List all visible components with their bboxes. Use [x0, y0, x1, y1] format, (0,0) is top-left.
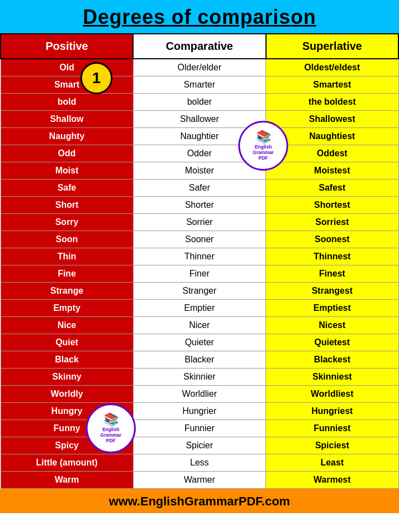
cell-comparative: Smarter	[133, 76, 265, 94]
cell-superlative: Oldest/eldest	[266, 59, 398, 76]
cell-positive: Quiet	[1, 334, 133, 351]
cell-comparative: Moister	[133, 162, 265, 180]
cell-positive: Warm	[1, 472, 133, 489]
cell-comparative: bolder	[133, 94, 265, 111]
table-row: HungryHungrierHungriest	[1, 403, 398, 420]
cell-superlative: Safest	[266, 180, 398, 197]
cell-positive: Skinny	[1, 369, 133, 386]
table-row: SpicySpicierSpiciest	[1, 437, 398, 454]
cell-superlative: Funniest	[266, 420, 398, 437]
cell-comparative: Hungrier	[133, 403, 265, 420]
cell-superlative: Strangest	[266, 283, 398, 300]
cell-positive: Moist	[1, 162, 133, 180]
cell-comparative: Shallower	[133, 111, 265, 128]
table-row: SoonSoonerSoonest	[1, 231, 398, 248]
cell-comparative: Sooner	[133, 231, 265, 248]
table-row: NaughtyNaughtierNaughtiest	[1, 128, 398, 145]
cell-comparative: Safer	[133, 180, 265, 197]
cell-comparative: Quieter	[133, 334, 265, 351]
cell-superlative: Worldliest	[266, 386, 398, 403]
footer-url: www.EnglishGrammarPDF.com	[109, 494, 290, 508]
cell-comparative: Blacker	[133, 351, 265, 369]
stamp-icon-top: 📚	[256, 131, 271, 143]
cell-positive: Naughty	[1, 128, 133, 145]
comparison-table: Positive Comparative Superlative OldOlde…	[0, 33, 399, 489]
col-comparative: Comparative	[133, 34, 265, 59]
table-wrapper: 1 📚 English Grammar PDF 📚 English Gramma…	[0, 33, 399, 489]
table-row: StrangeStrangerStrangest	[1, 283, 398, 300]
cell-positive: Worldly	[1, 386, 133, 403]
table-row: FunnyFunnierFunniest	[1, 420, 398, 437]
cell-comparative: Spicier	[133, 437, 265, 454]
cell-positive: Safe	[1, 180, 133, 197]
cell-superlative: the boldest	[266, 94, 398, 111]
cell-comparative: Skinnier	[133, 369, 265, 386]
col-positive: Positive	[1, 34, 133, 59]
table-row: SmartSmarterSmartest	[1, 76, 398, 94]
cell-comparative: Shorter	[133, 197, 265, 214]
cell-superlative: Least	[266, 454, 398, 472]
cell-positive: Soon	[1, 231, 133, 248]
stamp-text-bottom: English Grammar PDF	[100, 427, 121, 444]
table-row: OddOdderOddest	[1, 145, 398, 162]
cell-positive: Smart	[1, 76, 133, 94]
cell-positive: Nice	[1, 317, 133, 334]
cell-superlative: Hungriest	[266, 403, 398, 420]
cell-superlative: Emptiest	[266, 300, 398, 317]
cell-positive: bold	[1, 94, 133, 111]
cell-superlative: Nicest	[266, 317, 398, 334]
cell-superlative: Shallowest	[266, 111, 398, 128]
cell-positive: Short	[1, 197, 133, 214]
cell-positive: Strange	[1, 283, 133, 300]
cell-positive: Thin	[1, 248, 133, 265]
cell-comparative: Sorrier	[133, 214, 265, 231]
table-row: BlackBlackerBlackest	[1, 351, 398, 369]
table-row: Little (amount)LessLeast	[1, 454, 398, 472]
page-footer: www.EnglishGrammarPDF.com	[0, 489, 399, 513]
table-row: MoistMoisterMoistest	[1, 162, 398, 180]
table-row: SkinnySkinnierSkinniest	[1, 369, 398, 386]
table-row: NiceNicerNicest	[1, 317, 398, 334]
cell-positive: Sorry	[1, 214, 133, 231]
cell-comparative: Emptier	[133, 300, 265, 317]
table-row: QuietQuieterQuietest	[1, 334, 398, 351]
grammar-stamp-bottom: 📚 English Grammar PDF	[86, 403, 136, 453]
table-row: EmptyEmptierEmptiest	[1, 300, 398, 317]
table-row: ShallowShallowerShallowest	[1, 111, 398, 128]
table-row: FineFinerFinest	[1, 265, 398, 283]
cell-superlative: Moistest	[266, 162, 398, 180]
cell-positive: Shallow	[1, 111, 133, 128]
cell-comparative: Funnier	[133, 420, 265, 437]
table-row: ShortShorterShortest	[1, 197, 398, 214]
cell-superlative: Sorriest	[266, 214, 398, 231]
cell-superlative: Spiciest	[266, 437, 398, 454]
cell-comparative: Warmer	[133, 472, 265, 489]
table-header-row: Positive Comparative Superlative	[1, 34, 398, 59]
table-row: SorrySorrierSorriest	[1, 214, 398, 231]
cell-superlative: Finest	[266, 265, 398, 283]
cell-positive: Odd	[1, 145, 133, 162]
grammar-stamp-top: 📚 English Grammar PDF	[238, 121, 288, 171]
table-row: WarmWarmerWarmest	[1, 472, 398, 489]
cell-comparative: Less	[133, 454, 265, 472]
stamp-icon-bottom: 📚	[104, 413, 119, 426]
table-row: ThinThinnerThinnest	[1, 248, 398, 265]
cell-positive: Black	[1, 351, 133, 369]
cell-superlative: Skinniest	[266, 369, 398, 386]
table-row: OldOlder/elderOldest/eldest	[1, 59, 398, 76]
table-row: SafeSaferSafest	[1, 180, 398, 197]
cell-comparative: Older/elder	[133, 59, 265, 76]
number-badge: 1	[82, 64, 111, 93]
col-superlative: Superlative	[266, 34, 398, 59]
cell-superlative: Blackest	[266, 351, 398, 369]
page-header: Degrees of comparison	[0, 0, 399, 33]
cell-comparative: Thinner	[133, 248, 265, 265]
cell-superlative: Smartest	[266, 76, 398, 94]
cell-comparative: Nicer	[133, 317, 265, 334]
cell-comparative: Finer	[133, 265, 265, 283]
cell-positive: Little (amount)	[1, 454, 133, 472]
cell-positive: Old	[1, 59, 133, 76]
cell-comparative: Worldlier	[133, 386, 265, 403]
stamp-text-top: English Grammar PDF	[253, 144, 274, 161]
table-row: boldbolderthe boldest	[1, 94, 398, 111]
